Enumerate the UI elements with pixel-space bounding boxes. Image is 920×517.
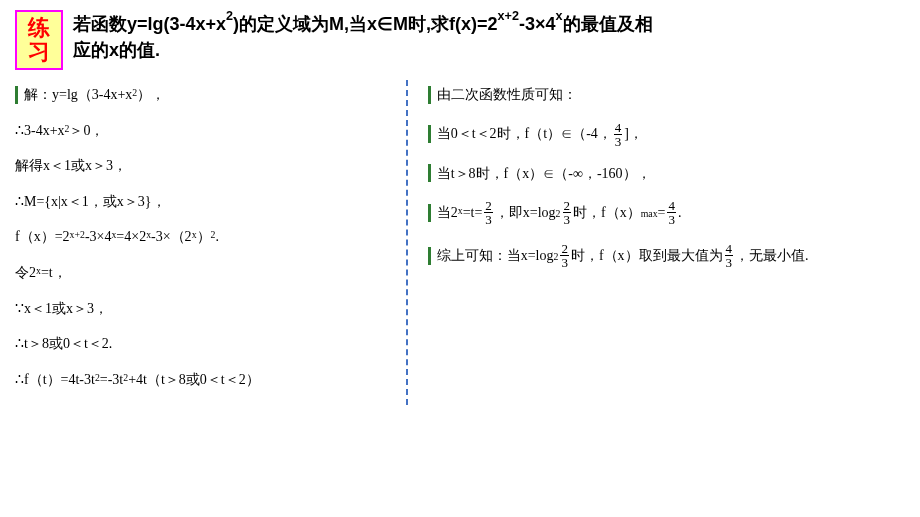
practice-badge: 练 习 [15,10,63,70]
t: 令2 [15,263,36,283]
t: . [678,203,682,223]
t: -3×（2 [151,227,192,247]
num: 4 [615,121,622,134]
t: 时，f（x）取到最大值为 [571,246,723,266]
sub: 2 [554,250,559,264]
num: 2 [564,199,571,212]
sup: x [458,204,463,218]
sup: x+2 [70,228,85,242]
t: ，即x=log [495,203,556,223]
t: =t= [463,203,483,223]
line: 解：y=lg（3-4x+x2）， [15,85,386,105]
sup: 2 [226,9,233,23]
t: 解：y=lg（3-4x+x [24,85,132,105]
badge-line1: 练 [28,16,50,40]
sup: 2 [132,86,137,100]
line: 当t＞8时，f（x）∈（-∞，-160）， [428,164,905,184]
sup: 2 [123,371,128,385]
num: 4 [726,242,733,255]
sup: 2 [211,228,216,242]
marker-bar [428,247,431,265]
den: 3 [667,212,676,226]
t: ∴3-4x+x [15,121,65,141]
t: 当t＞8时，f（x）∈（-∞，-160）， [437,164,651,184]
line: ∴t＞8或0＜t＜2. [15,334,386,354]
problem-text: 若函数y=lg(3-4x+x2)的定义域为M,当x∈M时,求f(x)=2x+2-… [73,10,653,63]
t: -3×4 [519,14,556,34]
t: 时，f（x） [573,203,641,223]
t: =t， [41,263,67,283]
t: 若函数y=lg(3-4x+x [73,14,226,34]
t: f（x）=2 [15,227,70,247]
sup: x+2 [498,9,519,23]
problem-line2: 应的x的值. [73,37,653,63]
num: 2 [485,199,492,212]
badge-line2: 习 [28,40,50,64]
fraction: 2 3 [563,199,572,226]
fraction: 4 3 [725,242,734,269]
marker-bar [428,204,431,222]
den: 3 [563,212,572,226]
t: =4×2 [116,227,146,247]
marker-bar [428,164,431,182]
problem-line1: 若函数y=lg(3-4x+x2)的定义域为M,当x∈M时,求f(x)=2x+2-… [73,10,653,37]
line: ∴f（t）=4t-3t2=-3t2+4t（t＞8或0＜t＜2） [15,370,386,390]
sup: x [192,228,197,242]
line: ∴M={x|x＜1，或x＞3}， [15,192,386,212]
den: 3 [560,255,569,269]
fraction: 4 3 [667,199,676,226]
t: 综上可知：当x=log [437,246,554,266]
t: ]， [624,124,643,144]
marker-bar [428,86,431,104]
sup: 2 [65,122,70,136]
sub: 2 [556,207,561,221]
t: =-3t [100,370,123,390]
line: 由二次函数性质可知： [428,85,905,105]
sup: 2 [95,371,100,385]
sub: max [641,207,658,221]
solution: 解：y=lg（3-4x+x2）， ∴3-4x+x2＞0， 解得x＜1或x＞3， … [15,85,905,405]
line: 解得x＜1或x＞3， [15,156,386,176]
line: 令2x=t， [15,263,386,283]
t: )的定义域为M,当x∈M时,求f(x)=2 [233,14,498,34]
t: 的最值及相 [563,14,653,34]
t: ∴f（t）=4t-3t [15,370,95,390]
sup: x [111,228,116,242]
t: ，无最小值. [735,246,809,266]
t: -3×4 [85,227,112,247]
marker-bar [428,125,431,143]
fraction: 2 3 [560,242,569,269]
t: ）， [137,85,165,105]
t: = [658,203,666,223]
den: 3 [614,134,623,148]
sup: x [556,9,563,23]
num: 4 [668,199,675,212]
header: 练 习 若函数y=lg(3-4x+x2)的定义域为M,当x∈M时,求f(x)=2… [15,10,905,70]
sup: x [36,264,41,278]
t: ） [197,227,211,247]
fraction: 2 3 [484,199,493,226]
line: 当0＜t＜2时，f（t）∈（-4， 4 3 ]， [428,121,905,148]
left-column: 解：y=lg（3-4x+x2）， ∴3-4x+x2＞0， 解得x＜1或x＞3， … [15,85,406,405]
fraction: 4 3 [614,121,623,148]
marker-bar [15,86,18,104]
line: ∵x＜1或x＞3， [15,299,386,319]
line: 当2x=t= 2 3 ，即x=log2 2 3 时，f（x）max= 4 3 . [428,199,905,226]
t: +4t（t＞8或0＜t＜2） [128,370,260,390]
line: 综上可知：当x=log2 2 3 时，f（x）取到最大值为 4 3 ，无最小值. [428,242,905,269]
right-column: 由二次函数性质可知： 当0＜t＜2时，f（t）∈（-4， 4 3 ]， 当t＞8… [408,85,905,405]
t: 当2 [437,203,458,223]
t: 当0＜t＜2时，f（t）∈（-4， [437,124,612,144]
t: . [215,227,219,247]
den: 3 [484,212,493,226]
t: 由二次函数性质可知： [437,85,577,105]
sup: x [146,228,151,242]
num: 2 [561,242,568,255]
line: ∴3-4x+x2＞0， [15,121,386,141]
t: ＞0， [69,121,104,141]
line: f（x）=2x+2-3×4x=4×2x-3×（2x）2. [15,227,386,247]
den: 3 [725,255,734,269]
